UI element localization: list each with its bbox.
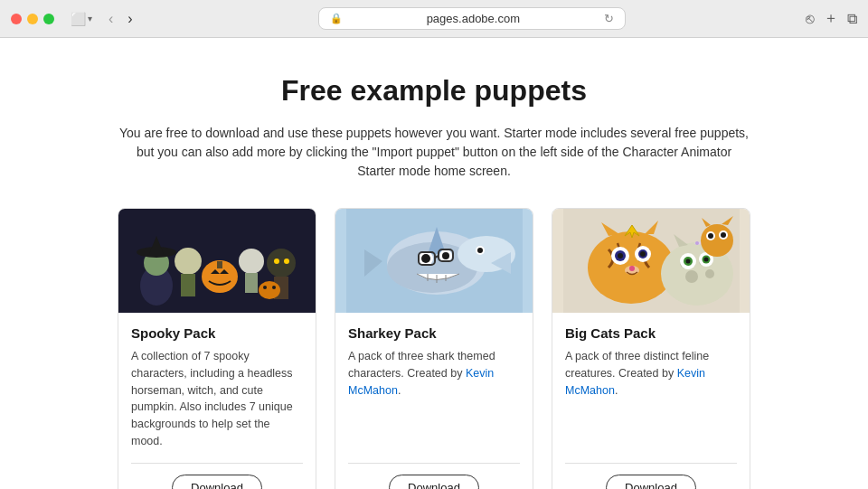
page-content: Free example puppets You are free to dow… — [0, 38, 868, 489]
svg-point-61 — [703, 258, 708, 262]
svg-point-67 — [708, 233, 713, 239]
svg-point-26 — [442, 252, 449, 259]
back-button[interactable]: ‹ — [103, 9, 118, 29]
svg-point-4 — [175, 248, 202, 275]
svg-point-15 — [284, 259, 289, 264]
sidebar-toggle[interactable]: ⬜ ▾ — [67, 10, 96, 28]
card-body-spooky: Spooky Pack A collection of 7 spooky cha… — [118, 313, 316, 489]
fullscreen-button[interactable] — [43, 14, 54, 24]
divider-sharkey — [348, 463, 520, 464]
spooky-illustration — [129, 209, 306, 313]
card-description-spooky: A collection of 7 spooky characters, inc… — [131, 348, 303, 450]
page-subtitle: You are free to download and use these p… — [118, 124, 750, 181]
svg-rect-5 — [181, 274, 195, 296]
svg-point-49 — [629, 266, 635, 271]
tabs-icon[interactable]: ⧉ — [847, 11, 857, 27]
traffic-lights — [11, 14, 54, 24]
toolbar-right: ⎋ ＋ ⧉ — [806, 9, 857, 28]
svg-point-65 — [701, 224, 733, 257]
card-body-bigcats: Big Cats Pack A pack of three distinct f… — [552, 313, 750, 489]
card-title-bigcats: Big Cats Pack — [565, 325, 737, 341]
forward-button[interactable]: › — [122, 9, 137, 29]
svg-point-64 — [695, 241, 699, 245]
share-icon[interactable]: ⎋ — [806, 11, 815, 27]
nav-buttons: ‹ › — [103, 9, 138, 29]
lock-icon: 🔒 — [330, 13, 343, 24]
card-image-sharkey — [335, 209, 533, 313]
bigcats-illustration — [563, 209, 740, 313]
card-title-sharkey: Sharkey Pack — [348, 325, 520, 341]
cards-container: Spooky Pack A collection of 7 spooky cha… — [54, 208, 814, 489]
download-button-sharkey[interactable]: Download — [389, 475, 479, 490]
svg-rect-11 — [245, 273, 258, 293]
svg-rect-7 — [217, 261, 222, 268]
address-bar-container: 🔒 pages.adobe.com ↻ — [146, 7, 798, 30]
card-title-spooky: Spooky Pack — [131, 325, 303, 341]
page-title: Free example puppets — [281, 74, 587, 108]
address-bar[interactable]: 🔒 pages.adobe.com ↻ — [318, 7, 626, 30]
svg-point-17 — [263, 286, 267, 289]
title-bar: ⬜ ▾ ‹ › 🔒 pages.adobe.com ↻ ⎋ ＋ ⧉ — [0, 0, 868, 37]
svg-point-14 — [274, 259, 279, 264]
card-spooky: Spooky Pack A collection of 7 spooky cha… — [118, 208, 316, 489]
svg-point-58 — [685, 259, 690, 264]
svg-point-18 — [272, 286, 276, 289]
browser-chrome: ⬜ ▾ ‹ › 🔒 pages.adobe.com ↻ ⎋ ＋ ⧉ — [0, 0, 868, 38]
svg-point-42 — [618, 253, 623, 259]
new-tab-icon[interactable]: ＋ — [824, 9, 838, 28]
card-image-spooky — [118, 209, 316, 313]
reload-icon[interactable]: ↻ — [604, 12, 614, 25]
card-body-sharkey: Sharkey Pack A pack of three shark theme… — [335, 313, 533, 489]
minimize-button[interactable] — [27, 14, 38, 24]
svg-point-10 — [239, 249, 264, 274]
svg-point-54 — [685, 270, 698, 283]
sharkey-illustration — [346, 209, 523, 313]
card-sharkey: Sharkey Pack A pack of three shark theme… — [335, 208, 533, 489]
svg-point-16 — [259, 281, 280, 299]
download-button-spooky[interactable]: Download — [172, 475, 262, 490]
card-description-bigcats: A pack of three distinct feline creature… — [565, 348, 737, 450]
author-link-sharkey[interactable]: Kevin McMahon — [348, 367, 494, 397]
svg-marker-3 — [149, 236, 164, 254]
chevron-down-icon: ▾ — [88, 14, 92, 24]
close-button[interactable] — [11, 14, 22, 24]
svg-point-24 — [421, 254, 430, 263]
author-link-bigcats[interactable]: Kevin McMahon — [565, 367, 705, 397]
divider-bigcats — [565, 463, 737, 464]
svg-point-55 — [705, 269, 714, 278]
download-button-bigcats[interactable]: Download — [606, 475, 696, 490]
sidebar-icon: ⬜ — [71, 12, 86, 26]
url-text: pages.adobe.com — [348, 12, 599, 25]
divider-spooky — [131, 463, 303, 464]
card-image-bigcats — [552, 209, 750, 313]
svg-point-69 — [721, 232, 726, 238]
svg-point-35 — [477, 248, 483, 253]
svg-point-45 — [640, 251, 646, 257]
card-bigcats: Big Cats Pack A pack of three distinct f… — [552, 208, 750, 489]
card-description-sharkey: A pack of three shark themed characters.… — [348, 348, 520, 450]
svg-point-12 — [267, 249, 296, 277]
